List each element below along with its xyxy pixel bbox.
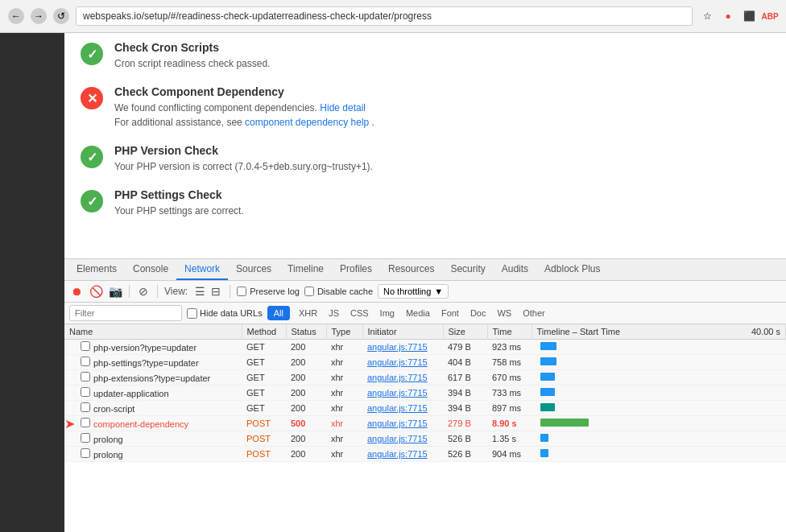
tab-elements[interactable]: Elements — [68, 259, 125, 280]
check-message-cron: Cron script readiness check passed. — [114, 56, 270, 71]
tab-audits[interactable]: Audits — [494, 259, 536, 280]
initiator-link[interactable]: angular.js:7715 — [367, 357, 428, 367]
filter-js[interactable]: JS — [325, 307, 343, 319]
forward-button[interactable]: → — [31, 8, 47, 24]
row-checkbox[interactable] — [81, 418, 90, 427]
table-row[interactable]: php-settings?type=updaterGET200xhrangula… — [64, 355, 786, 370]
preserve-log-label: Preserve log — [250, 287, 300, 296]
back-button[interactable]: ← — [8, 8, 24, 24]
cell-time: 1.35 s — [487, 431, 532, 447]
table-row[interactable]: cron-scriptGET200xhrangular.js:7715394 B… — [64, 401, 786, 416]
tab-timeline[interactable]: Timeline — [279, 259, 332, 280]
cell-size: 394 B — [443, 386, 487, 401]
star-icon[interactable]: ☆ — [699, 8, 715, 24]
cell-name: php-version?type=updater — [64, 340, 242, 355]
cell-name: ➤component-dependency — [64, 416, 242, 431]
table-row[interactable]: updater-applicationGET200xhrangular.js:7… — [64, 386, 786, 401]
content-area: ✓ Check Cron Scripts Cron script readine… — [64, 33, 786, 532]
filter-all-button[interactable]: All — [267, 306, 290, 320]
hide-detail-link[interactable]: Hide detail — [320, 102, 366, 113]
col-name: Name — [64, 324, 242, 340]
filter-button[interactable]: ⊘ — [136, 284, 151, 299]
table-body: php-version?type=updaterGET200xhrangular… — [64, 340, 786, 462]
refresh-button[interactable]: ↺ — [53, 8, 69, 24]
cell-name: prolong — [64, 431, 242, 447]
initiator-link[interactable]: angular.js:7715 — [367, 403, 428, 413]
tab-security[interactable]: Security — [442, 259, 493, 280]
preserve-log-checkbox[interactable]: Preserve log — [237, 287, 300, 296]
table-row[interactable]: prolongPOST200xhrangular.js:7715526 B1.3… — [64, 431, 786, 447]
cell-timeline — [532, 447, 786, 462]
initiator-link[interactable]: angular.js:7715 — [367, 419, 428, 428]
table-row[interactable]: ➤component-dependencyPOST500xhrangular.j… — [64, 416, 786, 431]
check-icon-php-settings: ✓ — [81, 190, 103, 212]
grid-view-button[interactable]: ⊟ — [209, 284, 223, 299]
tab-console[interactable]: Console — [125, 259, 176, 280]
adblock-icon[interactable]: ABP — [762, 8, 778, 24]
cell-time: 733 ms — [487, 386, 532, 401]
row-checkbox[interactable] — [81, 387, 90, 397]
clear-button[interactable]: 🚫 — [89, 284, 103, 299]
tab-adblock[interactable]: Adblock Plus — [536, 259, 608, 280]
filter-doc[interactable]: Doc — [466, 307, 490, 319]
filter-css[interactable]: CSS — [346, 307, 373, 319]
cell-type: xhr — [326, 431, 362, 447]
cell-type: xhr — [326, 401, 362, 416]
initiator-link[interactable]: angular.js:7715 — [367, 449, 428, 459]
url-bar[interactable]: webspeaks.io/setup/#/readiness-check-upd… — [76, 6, 693, 26]
network-table[interactable]: Name Method Status Type Initiator Size T… — [64, 324, 786, 462]
list-view-button[interactable]: ☰ — [192, 284, 207, 299]
filter-xhr[interactable]: XHR — [295, 307, 321, 319]
tab-network[interactable]: Network — [176, 259, 228, 280]
cell-time: 8.90 s — [487, 416, 532, 431]
filter-ws[interactable]: WS — [493, 307, 515, 319]
row-checkbox[interactable] — [81, 433, 90, 443]
initiator-link[interactable]: angular.js:7715 — [367, 388, 428, 398]
tab-sources[interactable]: Sources — [228, 259, 279, 280]
check-message-php-settings: Your PHP settings are correct. — [114, 204, 244, 218]
timeline-bar — [540, 419, 589, 427]
cell-time: 904 ms — [487, 447, 532, 462]
cell-size: 394 B — [443, 401, 487, 416]
check-title-php-version: PHP Version Check — [114, 144, 373, 157]
check-message-component: We found conflicting component dependenc… — [114, 101, 374, 115]
table-row[interactable]: php-extensions?type=updaterGET200xhrangu… — [64, 370, 786, 386]
filter-types: XHR JS CSS Img Media Font Doc WS Other — [295, 307, 549, 319]
cell-time: 758 ms — [487, 355, 532, 370]
initiator-link[interactable]: angular.js:7715 — [367, 434, 428, 443]
tab-profiles[interactable]: Profiles — [332, 259, 380, 280]
throttle-select[interactable]: No throttling ▼ — [378, 284, 449, 299]
initiator-link[interactable]: angular.js:7715 — [367, 373, 428, 382]
cell-method: GET — [242, 401, 286, 416]
row-checkbox[interactable] — [81, 372, 90, 381]
row-checkbox[interactable] — [81, 402, 90, 412]
record-icon[interactable]: ⬛ — [741, 8, 757, 24]
filter-media[interactable]: Media — [402, 307, 434, 319]
cell-initiator: angular.js:7715 — [362, 447, 443, 462]
filter-img[interactable]: Img — [376, 307, 399, 319]
filter-other[interactable]: Other — [519, 307, 549, 319]
component-help-link[interactable]: component dependency help — [245, 117, 369, 128]
devtools-toolbar: ⏺ 🚫 📷 ⊘ View: ☰ ⊟ Preserve log D — [64, 281, 786, 303]
video-button[interactable]: 📷 — [108, 284, 122, 299]
cell-size: 404 B — [443, 355, 487, 370]
table-row[interactable]: php-version?type=updaterGET200xhrangular… — [64, 340, 786, 355]
disable-cache-label: Disable cache — [317, 287, 373, 296]
row-checkbox[interactable] — [81, 357, 90, 366]
record-button[interactable]: ⏺ — [69, 284, 84, 299]
row-checkbox[interactable] — [81, 341, 90, 351]
cell-name-text: prolong — [93, 435, 123, 444]
cell-status: 200 — [286, 370, 326, 386]
hide-data-urls-checkbox[interactable]: Hide data URLs — [187, 308, 263, 319]
table-row[interactable]: prolongPOST200xhrangular.js:7715526 B904… — [64, 447, 786, 462]
cell-name-text: cron-script — [93, 404, 134, 414]
tab-resources[interactable]: Resources — [380, 259, 442, 280]
filter-input[interactable] — [69, 305, 182, 321]
disable-cache-checkbox[interactable]: Disable cache — [304, 287, 373, 296]
cell-status: 200 — [286, 401, 326, 416]
opera-icon[interactable]: ● — [720, 8, 736, 24]
filter-font[interactable]: Font — [437, 307, 463, 319]
row-checkbox[interactable] — [81, 448, 90, 458]
initiator-link[interactable]: angular.js:7715 — [367, 342, 428, 352]
check-body-php-settings: PHP Settings Check Your PHP settings are… — [114, 188, 244, 218]
